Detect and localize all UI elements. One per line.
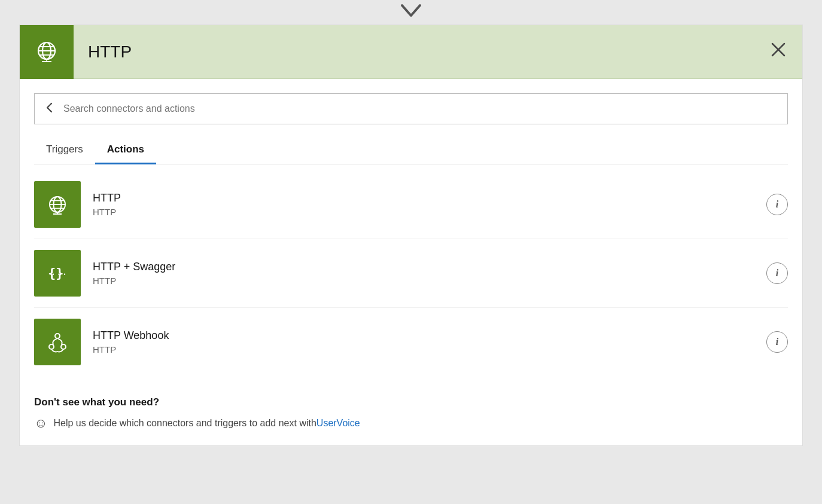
swagger-action-subtitle: HTTP <box>93 276 766 286</box>
swagger-action-text: HTTP + Swagger HTTP <box>81 261 766 286</box>
svg-point-19 <box>49 344 54 349</box>
swagger-info-button[interactable]: i <box>766 262 788 284</box>
svg-point-18 <box>55 334 60 338</box>
close-icon <box>770 41 787 62</box>
http-action-text: HTTP HTTP <box>81 192 766 217</box>
swagger-action-title: HTTP + Swagger <box>93 261 766 273</box>
down-arrow-icon <box>399 2 423 23</box>
actions-list: HTTP HTTP i {} ··· HTTP + Swagger HTTP <box>20 164 802 382</box>
down-arrow-area <box>0 0 822 23</box>
dont-see-text: Help us decide which connectors and trig… <box>53 418 316 429</box>
panel: HTTP Triggers <box>19 25 803 446</box>
back-arrow-button[interactable] <box>43 101 56 117</box>
dont-see-section: Don't see what you need? ☺ Help us decid… <box>20 382 802 445</box>
swagger-icon-box: {} ··· <box>34 250 81 297</box>
tab-triggers[interactable]: Triggers <box>34 136 95 164</box>
svg-point-20 <box>61 344 66 349</box>
action-item-http-webhook[interactable]: HTTP Webhook HTTP i <box>34 308 788 376</box>
tab-actions[interactable]: Actions <box>95 136 156 164</box>
webhook-action-title: HTTP Webhook <box>93 329 766 342</box>
search-input[interactable] <box>63 103 779 114</box>
swagger-action-icon: {} ··· <box>45 261 69 285</box>
main-wrapper: HTTP Triggers <box>0 0 822 504</box>
info-icon-webhook: i <box>776 337 778 347</box>
header-icon-box <box>20 25 74 79</box>
dont-see-title: Don't see what you need? <box>34 396 788 408</box>
panel-header: HTTP <box>20 25 802 79</box>
dont-see-body: ☺ Help us decide which connectors and tr… <box>34 416 788 431</box>
http-info-button[interactable]: i <box>766 194 788 215</box>
webhook-action-text: HTTP Webhook HTTP <box>81 329 766 355</box>
webhook-icon-box <box>34 319 81 365</box>
http-icon-box <box>34 181 81 228</box>
http-action-subtitle: HTTP <box>93 207 766 217</box>
webhook-info-button[interactable]: i <box>766 331 788 353</box>
action-item-http[interactable]: HTTP HTTP i <box>34 170 788 239</box>
panel-title: HTTP <box>74 42 760 62</box>
smiley-icon: ☺ <box>34 416 47 431</box>
globe-action-icon <box>45 193 69 216</box>
info-icon: i <box>776 199 778 210</box>
http-action-title: HTTP <box>93 192 766 204</box>
search-bar <box>34 93 788 124</box>
uservoice-link[interactable]: UserVoice <box>316 418 360 429</box>
close-button[interactable] <box>760 34 796 70</box>
tabs-area: Triggers Actions <box>34 136 788 164</box>
globe-icon <box>34 39 60 65</box>
webhook-action-icon <box>45 330 69 354</box>
webhook-action-subtitle: HTTP <box>93 344 766 355</box>
svg-text:···: ··· <box>50 268 68 280</box>
action-item-http-swagger[interactable]: {} ··· HTTP + Swagger HTTP i <box>34 239 788 308</box>
info-icon-swagger: i <box>776 268 778 279</box>
